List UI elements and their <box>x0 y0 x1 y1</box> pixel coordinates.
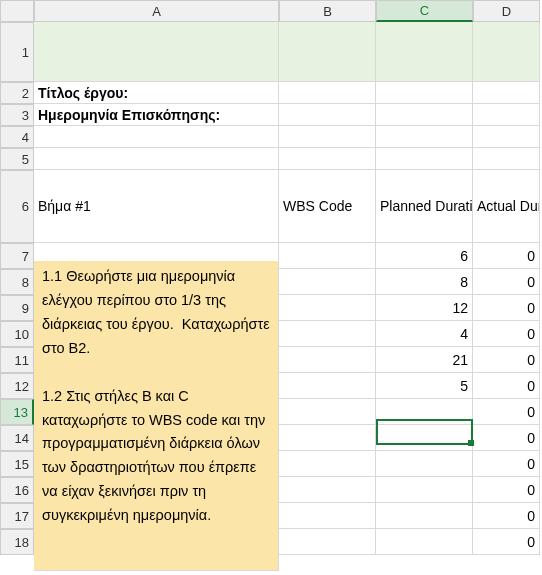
cell-D10[interactable]: 0 <box>473 321 540 347</box>
row-header-15[interactable]: 15 <box>0 451 34 477</box>
cell-D16[interactable]: 0 <box>473 477 540 503</box>
col-header-C[interactable]: C <box>376 0 473 22</box>
row-header-12[interactable]: 12 <box>0 373 34 399</box>
cell-D15[interactable]: 0 <box>473 451 540 477</box>
cell-D17[interactable]: 0 <box>473 503 540 529</box>
row-header-18[interactable]: 18 <box>0 529 34 555</box>
cell-D12[interactable]: 0 <box>473 373 540 399</box>
cell-B17[interactable] <box>279 503 376 529</box>
cell-D5[interactable] <box>473 148 540 170</box>
cell-C10[interactable]: 4 <box>376 321 473 347</box>
actual-duration-header-text: Actual Duration <box>477 198 540 214</box>
cell-D8[interactable]: 0 <box>473 269 540 295</box>
row-header-5[interactable]: 5 <box>0 148 34 170</box>
cell-D7[interactable]: 0 <box>473 243 540 269</box>
cell-C3[interactable] <box>376 104 473 126</box>
row-header-14[interactable]: 14 <box>0 425 34 451</box>
cell-B12[interactable] <box>279 373 376 399</box>
cell-D11[interactable]: 0 <box>473 347 540 373</box>
cell-B1[interactable] <box>279 22 376 82</box>
planned-duration-header-text: Planned Duration <box>380 198 473 214</box>
cell-B6-wbs-code-header[interactable]: WBS Code <box>279 170 376 243</box>
cell-B7[interactable] <box>279 243 376 269</box>
cell-C4[interactable] <box>376 126 473 148</box>
cell-C1[interactable] <box>376 22 473 82</box>
col-header-B[interactable]: B <box>279 0 376 22</box>
cell-C18[interactable] <box>376 529 473 555</box>
cell-C6-planned-duration-header[interactable]: Planned Duration <box>376 170 473 243</box>
cell-D6-actual-duration-header[interactable]: Actual Duration <box>473 170 540 243</box>
cell-D3[interactable] <box>473 104 540 126</box>
cell-A6-step-header[interactable]: Βήμα #1 <box>34 170 279 243</box>
select-all-corner[interactable] <box>0 0 34 22</box>
wbs-code-header-text: WBS Code <box>283 198 352 214</box>
cell-B2[interactable] <box>279 82 376 104</box>
cell-B14[interactable] <box>279 425 376 451</box>
cell-A1[interactable] <box>34 22 279 82</box>
cell-C16[interactable] <box>376 477 473 503</box>
cell-D9[interactable]: 0 <box>473 295 540 321</box>
row-header-13[interactable]: 13 <box>0 399 34 425</box>
row-header-10[interactable]: 10 <box>0 321 34 347</box>
cell-B4[interactable] <box>279 126 376 148</box>
cell-B3[interactable] <box>279 104 376 126</box>
step-header-text: Βήμα #1 <box>38 198 91 214</box>
row-header-9[interactable]: 9 <box>0 295 34 321</box>
row-header-11[interactable]: 11 <box>0 347 34 373</box>
cell-C8[interactable]: 8 <box>376 269 473 295</box>
cell-D18[interactable]: 0 <box>473 529 540 555</box>
instruction-note: 1.1 Θεωρήστε μια ημερομηνία ελέγχου περί… <box>34 261 279 571</box>
cell-B9[interactable] <box>279 295 376 321</box>
cell-D2[interactable] <box>473 82 540 104</box>
row-header-4[interactable]: 4 <box>0 126 34 148</box>
spreadsheet-grid[interactable]: A B C D 1 2 Τίτλος έργου: 3 Ημερομηνία Ε… <box>0 0 542 555</box>
row-header-8[interactable]: 8 <box>0 269 34 295</box>
cell-A3-review-date-label[interactable]: Ημερομηνία Επισκόπησης: <box>34 104 279 126</box>
row-header-7[interactable]: 7 <box>0 243 34 269</box>
cell-C7[interactable]: 6 <box>376 243 473 269</box>
cell-B13[interactable] <box>279 399 376 425</box>
cell-D13[interactable]: 0 <box>473 399 540 425</box>
cell-C5[interactable] <box>376 148 473 170</box>
col-header-D[interactable]: D <box>473 0 540 22</box>
row-header-6[interactable]: 6 <box>0 170 34 243</box>
cell-C13[interactable] <box>376 399 473 425</box>
row-header-1[interactable]: 1 <box>0 22 34 82</box>
cell-C2[interactable] <box>376 82 473 104</box>
col-header-A[interactable]: A <box>34 0 279 22</box>
cell-B18[interactable] <box>279 529 376 555</box>
row-header-3[interactable]: 3 <box>0 104 34 126</box>
cell-B16[interactable] <box>279 477 376 503</box>
cell-A4[interactable] <box>34 126 279 148</box>
cell-C11[interactable]: 21 <box>376 347 473 373</box>
cell-C17[interactable] <box>376 503 473 529</box>
cell-C14[interactable] <box>376 425 473 451</box>
cell-B15[interactable] <box>279 451 376 477</box>
cell-B8[interactable] <box>279 269 376 295</box>
cell-C15[interactable] <box>376 451 473 477</box>
cell-C12[interactable]: 5 <box>376 373 473 399</box>
cell-A5[interactable] <box>34 148 279 170</box>
cell-B11[interactable] <box>279 347 376 373</box>
cell-B5[interactable] <box>279 148 376 170</box>
cell-C9[interactable]: 12 <box>376 295 473 321</box>
row-header-16[interactable]: 16 <box>0 477 34 503</box>
row-header-17[interactable]: 17 <box>0 503 34 529</box>
row-header-2[interactable]: 2 <box>0 82 34 104</box>
cell-D4[interactable] <box>473 126 540 148</box>
cell-D1[interactable] <box>473 22 540 82</box>
cell-D14[interactable]: 0 <box>473 425 540 451</box>
cell-A2-project-title-label[interactable]: Τίτλος έργου: <box>34 82 279 104</box>
cell-B10[interactable] <box>279 321 376 347</box>
